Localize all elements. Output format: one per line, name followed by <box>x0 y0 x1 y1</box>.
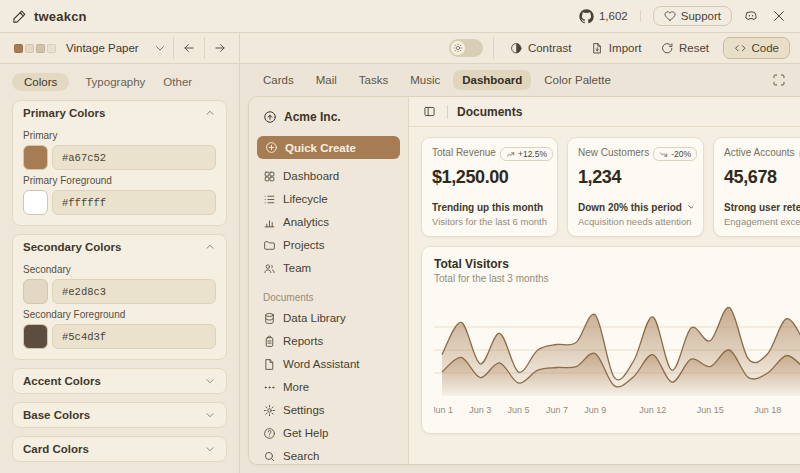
preview-tab-mail[interactable]: Mail <box>307 70 346 90</box>
section-toggle[interactable]: Card Colors <box>13 437 226 461</box>
github-icon <box>579 9 594 24</box>
section-toggle[interactable]: Primary Colors <box>13 101 226 125</box>
discord-button[interactable] <box>742 7 760 25</box>
chart-subtitle: Total for the last 3 months <box>434 273 800 284</box>
color-value-input[interactable]: #a67c52 <box>52 145 216 170</box>
panel-left-icon <box>423 105 436 118</box>
stat-label: New Customers <box>578 147 649 158</box>
redo-button[interactable] <box>207 41 233 55</box>
chevron-down-icon <box>153 41 167 55</box>
editor-tabs: ColorsTypographyOther <box>12 73 227 91</box>
sidebar-item-reports[interactable]: Reports <box>257 330 400 352</box>
dashboard-header: Documents <box>409 97 800 127</box>
section-toggle[interactable]: Secondary Colors <box>13 235 226 259</box>
app-window: tweakcn 1,602 Support Vintage Paper <box>0 0 800 473</box>
chevron-down-icon <box>204 375 216 387</box>
x-twitter-button[interactable] <box>770 7 788 25</box>
dashboard-sidebar: Acme Inc. Quick Create DashboardLifecycl… <box>249 97 409 464</box>
code-button[interactable]: Code <box>723 37 790 60</box>
separator <box>640 10 641 22</box>
sidebar-item-lifecycle[interactable]: Lifecycle <box>257 188 400 210</box>
editor-tab-colors[interactable]: Colors <box>12 73 69 91</box>
gear-icon <box>263 404 276 417</box>
color-swatch-picker[interactable] <box>23 190 48 215</box>
dashboard-content: Total Revenue+12.5%$1,250.00Trending up … <box>409 127 800 464</box>
reset-button[interactable]: Reset <box>655 38 715 59</box>
pen-icon <box>12 9 27 24</box>
color-swatch-picker[interactable] <box>23 145 48 170</box>
sidebar-item-search[interactable]: Search <box>257 445 400 465</box>
page-title: Documents <box>457 105 522 119</box>
theme-swatch <box>36 44 45 53</box>
color-value-input[interactable]: #ffffff <box>52 190 216 215</box>
color-swatch-picker[interactable] <box>23 324 48 349</box>
search-icon <box>263 450 276 463</box>
color-field-label: Secondary Foreground <box>23 309 216 320</box>
dots-icon <box>263 381 276 394</box>
sidebar-item-projects[interactable]: Projects <box>257 234 400 256</box>
sun-icon <box>453 43 463 53</box>
sidebar-item-settings[interactable]: Settings <box>257 399 400 421</box>
fullscreen-button[interactable] <box>772 73 786 87</box>
stat-footnote: Trending up this month <box>432 202 547 213</box>
list-icon <box>263 193 276 206</box>
report-icon <box>263 335 276 348</box>
stat-footnote: Down 20% this period <box>578 202 693 213</box>
preview-tab-dashboard[interactable]: Dashboard <box>453 70 531 90</box>
theme-editor-panel: ColorsTypographyOther Primary ColorsPrim… <box>0 64 240 473</box>
stats-row: Total Revenue+12.5%$1,250.00Trending up … <box>421 137 800 237</box>
color-section-card-colors: Card Colors <box>12 436 227 462</box>
sidebar-item-dashboard[interactable]: Dashboard <box>257 165 400 187</box>
support-button[interactable]: Support <box>653 6 732 26</box>
x-logo-icon <box>772 9 786 23</box>
theme-swatch <box>14 44 23 53</box>
sidebar-toggle-button[interactable] <box>421 103 438 120</box>
sidebar-item-team[interactable]: Team <box>257 257 400 279</box>
color-section-base-colors: Base Colors <box>12 402 227 428</box>
sidebar-item-word-assistant[interactable]: Word Assistant <box>257 353 400 375</box>
stat-label: Active Accounts <box>724 147 795 158</box>
preview-tab-color-palette[interactable]: Color Palette <box>535 70 619 90</box>
color-section-accent-colors: Accent Colors <box>12 368 227 394</box>
stat-value: $1,250.00 <box>432 167 547 188</box>
separator <box>493 37 494 59</box>
section-toggle[interactable]: Accent Colors <box>13 369 226 393</box>
color-field-label: Primary <box>23 130 216 141</box>
dashboard-main: Documents Total Revenue+12.5%$1,250.00Tr… <box>409 97 800 464</box>
quick-create-button[interactable]: Quick Create <box>257 136 400 159</box>
section-toggle[interactable]: Base Colors <box>13 403 226 427</box>
x-tick-label: Jun 15 <box>697 405 724 415</box>
separator <box>204 37 205 59</box>
color-swatch-picker[interactable] <box>23 279 48 304</box>
sidebar-footer-nav: SettingsGet HelpSearch <box>257 399 400 465</box>
sidebar-item-data-library[interactable]: Data Library <box>257 307 400 329</box>
color-value-input[interactable]: #e2d8c3 <box>52 279 216 304</box>
separator <box>447 105 448 119</box>
org-switcher[interactable]: Acme Inc. <box>257 105 400 129</box>
trend-up-icon <box>506 150 515 159</box>
github-stars-button[interactable]: 1,602 <box>579 9 628 24</box>
color-value-input[interactable]: #5c4d3f <box>52 324 216 349</box>
reset-icon <box>661 42 674 55</box>
dark-mode-toggle[interactable] <box>449 39 483 57</box>
sidebar-item-analytics[interactable]: Analytics <box>257 211 400 233</box>
undo-button[interactable] <box>176 41 202 55</box>
stat-card-new-customers: New Customers-20%1,234Down 20% this peri… <box>567 137 704 237</box>
separator <box>173 37 174 59</box>
editor-tab-typography[interactable]: Typography <box>83 73 147 91</box>
sidebar-item-more[interactable]: More <box>257 376 400 398</box>
arrow-right-icon <box>213 41 227 55</box>
preview-tab-cards[interactable]: Cards <box>254 70 303 90</box>
preview-tab-tasks[interactable]: Tasks <box>350 70 397 90</box>
preview-tab-music[interactable]: Music <box>401 70 449 90</box>
chevron-down-icon <box>204 409 216 421</box>
contrast-button[interactable]: Contrast <box>504 38 577 59</box>
preview-area: CardsMailTasksMusicDashboardColor Palett… <box>240 64 800 473</box>
sidebar-item-get-help[interactable]: Get Help <box>257 422 400 444</box>
import-button[interactable]: Import <box>585 38 647 59</box>
theme-name: Vintage Paper <box>66 42 139 54</box>
app-logo[interactable]: tweakcn <box>12 9 87 24</box>
dashboard-icon <box>263 170 276 183</box>
editor-tab-other[interactable]: Other <box>161 73 194 91</box>
theme-selector[interactable]: Vintage Paper <box>10 38 171 58</box>
